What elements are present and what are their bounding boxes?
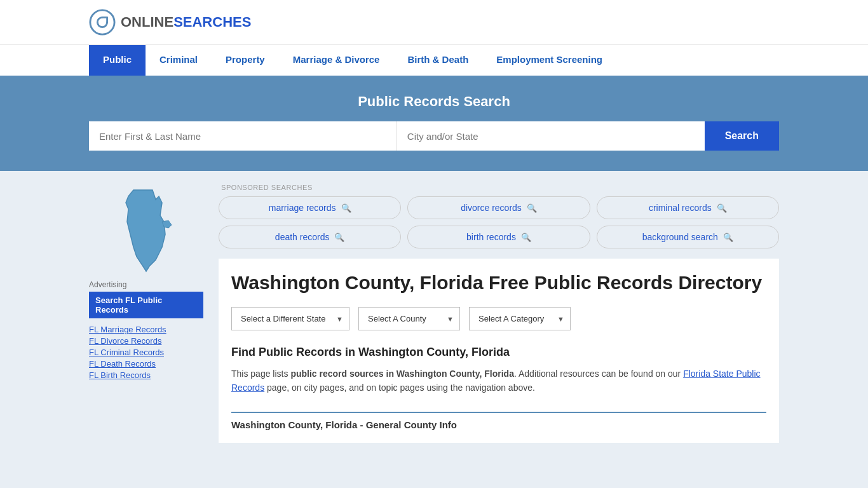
name-input[interactable] bbox=[89, 121, 397, 151]
sponsored-tag-birth[interactable]: birth records 🔍 bbox=[407, 226, 590, 248]
sponsored-tag-death[interactable]: death records 🔍 bbox=[219, 226, 401, 248]
county-dropdown-wrapper: Select A County bbox=[358, 307, 460, 330]
search-icon-death: 🔍 bbox=[334, 233, 344, 242]
nav-marriage-divorce[interactable]: Marriage & Divorce bbox=[279, 45, 394, 76]
location-input[interactable] bbox=[397, 121, 705, 151]
find-description: This page lists public record sources in… bbox=[231, 367, 766, 395]
page-content: Washington County, Florida Free Public R… bbox=[219, 259, 779, 443]
sponsored-tag-marriage[interactable]: marriage records 🔍 bbox=[219, 196, 401, 219]
search-icon-birth: 🔍 bbox=[521, 233, 531, 242]
main-content: SPONSORED SEARCHES marriage records 🔍 di… bbox=[219, 184, 779, 443]
sidebar-fl-death[interactable]: FL Death Records bbox=[89, 359, 203, 369]
sidebar-fl-divorce[interactable]: FL Divorce Records bbox=[89, 336, 203, 346]
florida-map-icon bbox=[114, 184, 178, 273]
sponsored-section: SPONSORED SEARCHES marriage records 🔍 di… bbox=[219, 184, 779, 248]
nav-public[interactable]: Public bbox=[89, 45, 146, 76]
sponsored-tag-criminal[interactable]: criminal records 🔍 bbox=[597, 196, 779, 219]
sponsored-tag-background[interactable]: background search 🔍 bbox=[597, 226, 779, 248]
find-desc-part2: . Additional resources can be found on o… bbox=[514, 369, 683, 379]
find-title: Find Public Records in Washington County… bbox=[231, 346, 766, 359]
search-button[interactable]: Search bbox=[705, 121, 779, 151]
search-icon-divorce: 🔍 bbox=[527, 203, 537, 213]
main-wrapper: Advertising Search FL Public Records FL … bbox=[0, 171, 868, 456]
sidebar: Advertising Search FL Public Records FL … bbox=[89, 184, 203, 443]
logo-text: ONLINESEARCHES bbox=[121, 14, 251, 30]
sponsored-tag-divorce[interactable]: divorce records 🔍 bbox=[407, 196, 590, 219]
logo-searches: SEARCHES bbox=[173, 14, 251, 30]
sponsored-birth-label: birth records bbox=[466, 232, 516, 242]
advertising-label: Advertising bbox=[89, 280, 203, 289]
county-info-title: Washington County, Florida - General Cou… bbox=[231, 412, 766, 430]
find-desc-part1: This page lists bbox=[231, 369, 290, 379]
find-desc-bold: public record sources in Washington Coun… bbox=[290, 369, 514, 379]
search-row: Search bbox=[89, 121, 779, 151]
category-dropdown[interactable]: Select A Category bbox=[469, 307, 571, 330]
sponsored-marriage-label: marriage records bbox=[269, 203, 336, 213]
sponsored-death-label: death records bbox=[275, 232, 330, 242]
sponsored-background-label: background search bbox=[642, 232, 718, 242]
county-dropdown[interactable]: Select A County bbox=[358, 307, 460, 330]
sidebar-fl-criminal[interactable]: FL Criminal Records bbox=[89, 348, 203, 357]
find-desc-part3: page, on city pages, and on topic pages … bbox=[264, 383, 535, 393]
nav-criminal[interactable]: Criminal bbox=[146, 45, 212, 76]
search-icon-background: 🔍 bbox=[723, 233, 733, 242]
logo-online: ONLINE bbox=[121, 14, 173, 30]
sponsored-divorce-label: divorce records bbox=[461, 203, 522, 213]
search-icon-marriage: 🔍 bbox=[341, 203, 351, 213]
logo-icon bbox=[89, 9, 116, 36]
nav-employment[interactable]: Employment Screening bbox=[482, 45, 616, 76]
nav-birth-death[interactable]: Birth & Death bbox=[393, 45, 482, 76]
sponsored-criminal-label: criminal records bbox=[649, 203, 712, 213]
svg-point-0 bbox=[90, 10, 114, 34]
main-nav: Public Criminal Property Marriage & Divo… bbox=[0, 44, 868, 76]
sidebar-fl-birth[interactable]: FL Birth Records bbox=[89, 370, 203, 380]
sponsored-label: SPONSORED SEARCHES bbox=[219, 184, 779, 196]
search-fl-button[interactable]: Search FL Public Records bbox=[89, 292, 203, 318]
search-banner: Public Records Search Search bbox=[0, 76, 868, 171]
logo: ONLINESEARCHES bbox=[89, 9, 251, 36]
sponsored-grid: marriage records 🔍 divorce records 🔍 cri… bbox=[219, 196, 779, 248]
state-dropdown-wrapper: Select a Different State bbox=[231, 307, 349, 330]
nav-property[interactable]: Property bbox=[212, 45, 279, 76]
search-icon-criminal: 🔍 bbox=[717, 203, 727, 213]
sidebar-fl-marriage[interactable]: FL Marriage Records bbox=[89, 325, 203, 334]
dropdown-row: Select a Different State Select A County… bbox=[231, 307, 766, 330]
page-title: Washington County, Florida Free Public R… bbox=[231, 271, 766, 294]
header: ONLINESEARCHES bbox=[0, 0, 868, 44]
state-dropdown[interactable]: Select a Different State bbox=[231, 307, 349, 330]
banner-title: Public Records Search bbox=[89, 93, 779, 110]
category-dropdown-wrapper: Select A Category bbox=[469, 307, 571, 330]
find-section: Find Public Records in Washington County… bbox=[231, 343, 766, 402]
